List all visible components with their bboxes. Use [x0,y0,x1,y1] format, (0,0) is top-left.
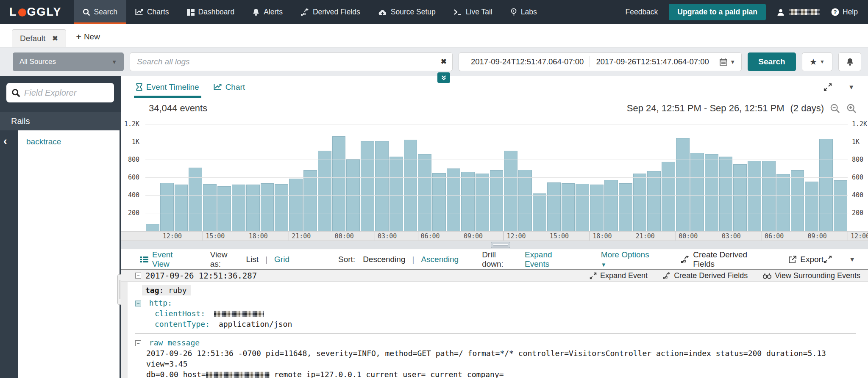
create-derived-fields-button[interactable]: Create Derived Fields [681,250,765,269]
date-to-field[interactable]: 2017-09-26T12:51:47.064-07:00 [590,57,715,66]
sort-descending-option[interactable]: Descending [363,255,405,264]
histogram-bar[interactable] [246,185,260,231]
histogram-bar[interactable] [590,185,604,231]
histogram-bar[interactable] [647,171,661,231]
tag-chip[interactable]: tag: ruby [142,285,191,295]
export-button[interactable]: Export [788,255,823,264]
histogram-bar[interactable] [748,161,761,231]
nav-item-dashboard[interactable]: Dashboard [178,0,244,24]
histogram-bar[interactable] [834,180,847,231]
histogram-bar[interactable] [404,140,417,231]
nav-item-search[interactable]: Search [74,0,126,24]
zoom-in-icon[interactable] [846,103,857,114]
histogram-bar[interactable] [160,183,174,231]
close-tab-icon[interactable]: ✖ [52,34,58,42]
calendar-dropdown[interactable]: ▼ [720,58,735,66]
histogram-bar[interactable] [232,185,245,231]
histogram-bar[interactable] [633,174,647,231]
feedback-link[interactable]: Feedback [626,8,658,17]
histogram-bar[interactable] [762,161,776,231]
raw-message-label[interactable]: raw message [149,338,200,347]
user-menu[interactable] [777,8,820,16]
alerts-bell-button[interactable] [838,52,861,71]
client-host-key[interactable]: clientHost: [155,309,205,318]
clear-search-icon[interactable]: ✖ [441,57,447,66]
new-tab-button[interactable]: + New [76,32,100,42]
histogram-bar[interactable] [461,172,475,231]
histogram-bar[interactable] [389,157,403,231]
histogram-bar[interactable] [490,170,504,231]
histogram-bar[interactable] [332,136,346,231]
sidebar-collapse-chevron-icon[interactable]: ‹ [3,135,7,146]
histogram-bar[interactable] [819,139,833,231]
histogram-bar[interactable] [504,151,517,231]
expand-events-option[interactable]: Expand Events [525,250,576,269]
nav-item-charts[interactable]: Charts [126,0,178,24]
collapse-raw-icon[interactable]: − [135,340,141,346]
date-from-field[interactable]: 2017-09-24T12:51:47.064-07:00 [465,57,590,66]
all-sources-dropdown[interactable]: All Sources ▼ [13,52,124,71]
chart-scrollbar-handle[interactable] [491,242,510,248]
expand-search-chevrons-button[interactable] [437,72,450,83]
create-derived-fields-button[interactable]: Create Derived Fields [663,271,748,280]
panel-menu-chevron-icon[interactable]: ▼ [849,256,855,263]
histogram-bar[interactable] [203,184,217,231]
content-type-key[interactable]: contentType: [155,320,210,328]
histogram-bar[interactable] [418,154,431,231]
event-view-menu[interactable]: Event View [140,250,189,269]
histogram-bar[interactable] [662,162,675,231]
histogram-bar[interactable] [175,185,188,231]
histogram-bar[interactable] [518,170,532,231]
histogram-bar[interactable] [805,182,818,231]
view-surrounding-events-button[interactable]: View Surrounding Events [763,271,860,280]
histogram-bar[interactable] [690,153,704,231]
histogram-bar[interactable] [261,183,274,231]
histogram-bar[interactable] [289,179,303,231]
histogram-bar[interactable] [275,184,288,231]
field-explorer-input[interactable] [24,88,96,98]
loggly-logo[interactable]: L GGLY [0,0,74,24]
chart-scrollbar-track[interactable] [121,241,868,249]
panel-menu-chevron-icon[interactable]: ▼ [848,83,854,91]
more-options-menu[interactable]: More Options ▼ [601,250,654,269]
histogram-bar[interactable] [676,138,690,231]
histogram-bar[interactable] [361,141,374,231]
view-grid-option[interactable]: Grid [274,255,289,264]
expand-event-button[interactable]: Expand Event [590,271,648,280]
histogram-bar[interactable] [705,154,718,231]
histogram-bar[interactable] [619,183,632,231]
help-menu[interactable]: ? Help [831,8,858,17]
sidebar-section-rails[interactable]: Rails [0,112,121,130]
collapse-event-icon[interactable]: − [135,273,141,279]
histogram-bar[interactable] [547,182,561,231]
upgrade-button[interactable]: Upgrade to a paid plan [669,4,766,20]
tab-chart[interactable]: Chart [214,76,245,98]
tab-event-timeline[interactable]: Event Timeline [136,76,199,98]
histogram-bar[interactable] [604,180,618,231]
histogram-bar[interactable] [303,170,317,231]
histogram-bar[interactable] [447,168,460,231]
histogram-bar[interactable] [719,157,733,231]
sort-ascending-option[interactable]: Ascending [421,255,459,264]
histogram-bar[interactable] [533,193,546,231]
histogram-bar[interactable] [776,174,790,231]
histogram-bar[interactable] [791,170,804,231]
histogram-bar[interactable] [432,173,446,231]
search-input[interactable] [130,52,453,71]
nav-item-labs[interactable]: Labs [501,0,546,24]
histogram-bar[interactable] [733,164,747,231]
tab-default[interactable]: Default ✖ [12,29,66,47]
nav-item-alerts[interactable]: Alerts [243,0,292,24]
histogram-bar[interactable] [146,224,159,231]
expand-panel-icon[interactable] [823,83,832,91]
saved-searches-button[interactable]: ★ ▼ [802,52,832,71]
view-list-option[interactable]: List [246,255,259,264]
http-key[interactable]: http: [149,298,172,307]
histogram-bar[interactable] [375,141,389,231]
collapse-http-icon[interactable]: − [135,301,141,306]
search-button[interactable]: Search [748,52,796,71]
nav-item-source-setup[interactable]: Source Setup [369,0,445,24]
expand-panel-icon[interactable] [823,255,832,264]
zoom-out-icon[interactable] [830,103,840,114]
histogram-bar[interactable] [217,186,231,231]
